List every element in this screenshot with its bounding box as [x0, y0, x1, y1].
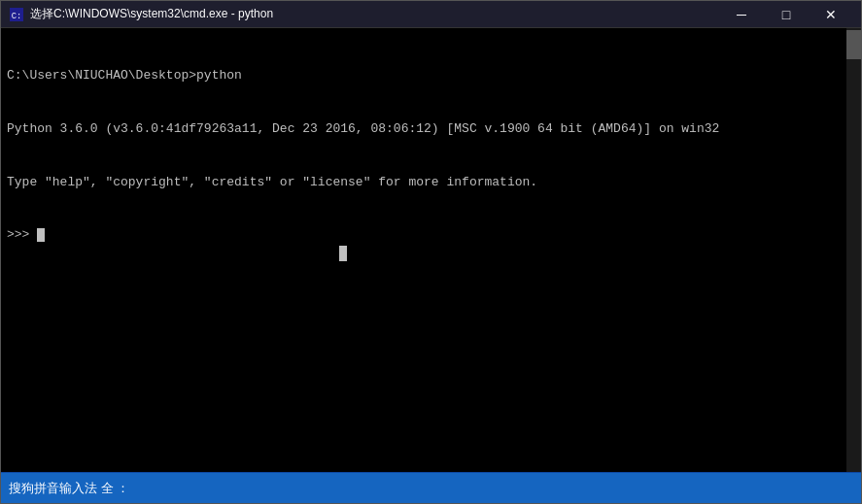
maximize-button[interactable]: □: [764, 1, 809, 28]
console-line-3: Type "help", "copyright", "credits" or "…: [7, 174, 855, 191]
ime-text: 搜狗拼音输入法 全 ：: [9, 480, 129, 497]
title-bar: C: 选择C:\WINDOWS\system32\cmd.exe - pytho…: [1, 1, 861, 28]
center-cursor-artifact: [339, 246, 347, 261]
minimize-button[interactable]: ─: [719, 1, 764, 28]
title-bar-text: 选择C:\WINDOWS\system32\cmd.exe - python: [30, 6, 719, 22]
svg-text:C:: C:: [12, 11, 22, 20]
close-button[interactable]: ✕: [809, 1, 853, 28]
console-line-4: >>>: [7, 226, 855, 244]
console-output: C:\Users\NIUCHAO\Desktop>python Python 3…: [7, 32, 855, 280]
console-line-2: Python 3.6.0 (v3.6.0:41df79263a11, Dec 2…: [7, 120, 855, 138]
scrollbar-thumb[interactable]: [846, 30, 861, 59]
console-area[interactable]: C:\Users\NIUCHAO\Desktop>python Python 3…: [1, 28, 861, 472]
console-line-1: C:\Users\NIUCHAO\Desktop>python: [7, 67, 855, 84]
cursor-blink: [37, 228, 45, 242]
cmd-icon: C:: [9, 7, 24, 22]
scrollbar-right[interactable]: [846, 28, 861, 472]
taskbar: 搜狗拼音输入法 全 ：: [1, 472, 861, 503]
window-frame: C: 选择C:\WINDOWS\system32\cmd.exe - pytho…: [0, 0, 862, 504]
title-bar-controls: ─ □ ✕: [719, 1, 853, 28]
